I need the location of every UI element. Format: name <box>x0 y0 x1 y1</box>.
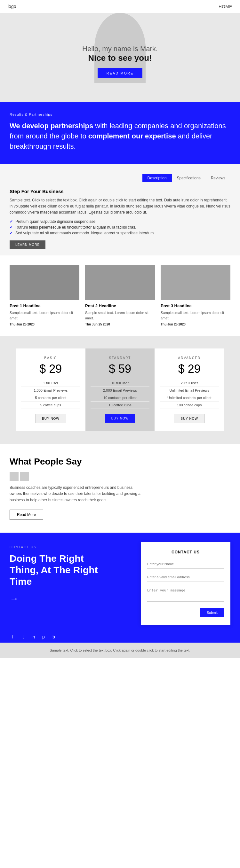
pricing-card-1: BASIC $ 29 1 full user1,000 Email Previe… <box>16 348 85 431</box>
post-card-1: Post 1 Headline Sample small text. Lorem… <box>9 265 79 326</box>
partnerships-bold-2: complement our expertise <box>88 132 176 140</box>
pricing-feature: Unlimited contacts per client <box>160 394 219 402</box>
pricing-feature: Unlimited Email Previews <box>160 387 219 394</box>
post-date-1: Thu Jun 25 2020 <box>9 322 79 326</box>
pricing-feature: 10 coffee cups <box>91 402 150 409</box>
posts-grid: Post 1 Headline Sample small text. Lorem… <box>9 265 231 326</box>
pricing-feature: 1 full user <box>21 379 80 387</box>
pricing-tier-1: BASIC <box>21 356 80 360</box>
hero-cta-button[interactable]: READ MORE <box>98 68 143 78</box>
tab-specifications[interactable]: Specifications <box>172 174 206 182</box>
instagram-icon[interactable]: in <box>30 634 36 640</box>
bottom-footer: Sample text. Click to select the text bo… <box>0 643 240 658</box>
form-card-title: CONTACT US <box>147 550 224 554</box>
tabs-bar: Description Specifications Reviews <box>9 174 231 182</box>
nav-home[interactable]: HOME <box>218 4 232 9</box>
buy-now-button-3[interactable]: BUY NOW <box>174 414 205 423</box>
post-card-3: Post 3 Headline Sample small text. Lorem… <box>161 265 231 326</box>
post-title-2: Post 2 Headline <box>85 303 155 308</box>
twitter-icon[interactable]: t <box>20 634 26 640</box>
testimonials-section: What People Say Business coaches are typ… <box>0 444 240 533</box>
pricing-card-3: ADVANCED $ 29 20 full userUnlimited Emai… <box>155 348 224 431</box>
contact-section: CONTACT US Doing The Right Thing, At The… <box>0 533 240 628</box>
tab-description[interactable]: Description <box>142 174 172 182</box>
hero-greeting: Hello, my name is Mark. <box>6 45 234 53</box>
pricing-feature: 5 contacts per client <box>21 394 80 402</box>
post-excerpt-3: Sample small text. Lorem ipsum dolor sit… <box>161 310 231 321</box>
partnerships-text: We develop partnerships with leading com… <box>9 121 231 152</box>
pricing-section: BASIC $ 29 1 full user1,000 Email Previe… <box>0 336 240 444</box>
post-image-3 <box>161 265 231 300</box>
post-title-1: Post 1 Headline <box>9 303 79 308</box>
pricing-tier-3: ADVANCED <box>160 356 219 360</box>
pricing-price-1: $ 29 <box>21 362 80 376</box>
post-date-3: Thu Jun 25 2020 <box>161 322 231 326</box>
posts-section: Post 1 Headline Sample small text. Lorem… <box>0 255 240 336</box>
checklist-item-2: Rutrum tellus pellentesque eu tincidunt … <box>9 224 231 230</box>
pricing-feature: 10 contacts per client <box>91 394 150 402</box>
header: logo HOME <box>0 0 240 13</box>
post-date-2: Thu Jun 25 2020 <box>85 322 155 326</box>
post-excerpt-1: Sample small text. Lorem ipsum dolor sit… <box>9 310 79 321</box>
pricing-card-2: STANDART $ 59 10 full user2,000 Email Pr… <box>85 348 155 431</box>
pricing-grid: BASIC $ 29 1 full user1,000 Email Previe… <box>16 348 224 431</box>
testimonials-avatars <box>9 472 231 481</box>
partnerships-bold-1: We develop partnerships <box>9 122 93 130</box>
main-nav[interactable]: HOME <box>218 4 232 9</box>
step-body: Sample text. Click to select the text bo… <box>9 197 231 216</box>
pricing-feature: 10 full user <box>91 379 150 387</box>
contact-title: Doing The Right Thing, At The Right Time <box>9 553 106 587</box>
logo: logo <box>8 4 16 9</box>
step-title: Step For Your Business <box>9 189 231 194</box>
message-textarea[interactable] <box>147 586 224 602</box>
post-image-2 <box>85 265 155 300</box>
hero-name: Nice to see you! <box>6 53 234 63</box>
name-input[interactable] <box>147 559 224 569</box>
pricing-price-3: $ 29 <box>160 362 219 376</box>
checklist-item-3: Sed vulputate mi sit amet mauris commodo… <box>9 230 231 236</box>
pricing-feature: 2,000 Email Previews <box>91 387 150 394</box>
pinterest-icon[interactable]: p <box>40 634 47 640</box>
hero-content: Hello, my name is Mark. Nice to see you!… <box>6 26 234 78</box>
pricing-tier-2: STANDART <box>91 356 150 360</box>
social-footer: f t in p b <box>0 628 240 643</box>
post-excerpt-2: Sample small text. Lorem ipsum dolor sit… <box>85 310 155 321</box>
checklist-item-1: Pretium quam vulputate dignissim suspend… <box>9 219 231 224</box>
submit-button[interactable]: Submit <box>200 608 224 617</box>
email-input[interactable] <box>147 572 224 582</box>
tabs-section: Description Specifications Reviews Step … <box>0 164 240 256</box>
learn-more-button[interactable]: LEARN MORE <box>9 240 46 249</box>
buy-now-button-2[interactable]: BUY NOW <box>105 414 136 423</box>
buy-now-button-1[interactable]: BUY NOW <box>35 414 66 423</box>
pricing-price-2: $ 59 <box>91 362 150 376</box>
post-image-1 <box>9 265 79 300</box>
read-more-button[interactable]: Read More <box>9 509 43 520</box>
form-submit-wrap: Submit <box>147 608 224 617</box>
testimonials-title: What People Say <box>9 457 231 467</box>
avatar-2 <box>20 472 29 481</box>
avatar-1 <box>9 472 19 481</box>
post-title-3: Post 3 Headline <box>161 303 231 308</box>
partnerships-section: Results & Partnerships We develop partne… <box>0 102 240 164</box>
partnerships-label: Results & Partnerships <box>9 113 231 116</box>
tab-reviews[interactable]: Reviews <box>206 174 231 182</box>
blog-icon[interactable]: b <box>51 634 57 640</box>
facebook-icon[interactable]: f <box>9 634 16 640</box>
checklist: Pretium quam vulputate dignissim suspend… <box>9 219 231 236</box>
pricing-feature: 1,000 Email Previews <box>21 387 80 394</box>
post-card-2: Post 2 Headline Sample small text. Lorem… <box>85 265 155 326</box>
hero-section: Hello, my name is Mark. Nice to see you!… <box>0 13 240 102</box>
pricing-feature: 100 coffee cups <box>160 402 219 409</box>
contact-form-card: CONTACT US Submit <box>141 542 231 625</box>
pricing-feature: 20 full user <box>160 379 219 387</box>
testimonials-text: Business coaches are typically experienc… <box>9 485 144 503</box>
footer-text: Sample text. Click to select the text bo… <box>9 648 231 653</box>
pricing-feature: 5 coffee cups <box>21 402 80 409</box>
